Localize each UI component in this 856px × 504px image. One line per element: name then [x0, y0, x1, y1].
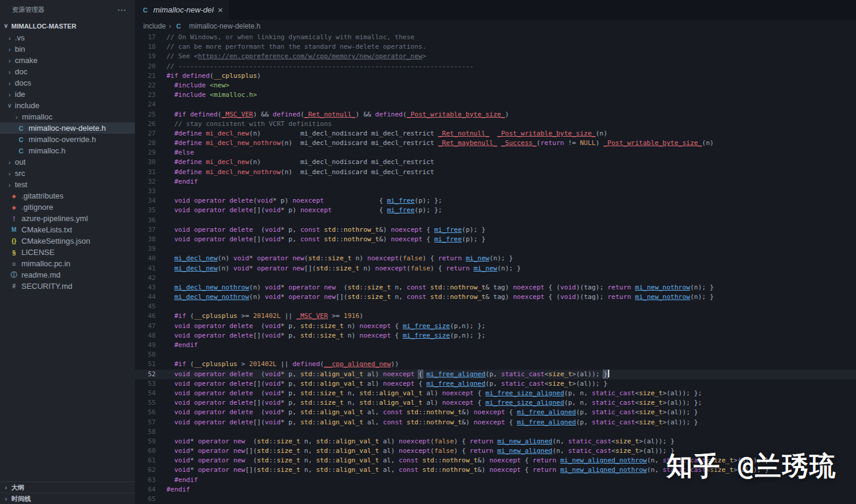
tree-file-readme.md[interactable]: ⓘreadme.md [0, 269, 135, 281]
code-line-58[interactable]: 58 [135, 427, 856, 437]
code-line-18[interactable]: 18// can be more performant than the sta… [135, 42, 856, 52]
line-number: 40 [135, 254, 166, 263]
more-actions-icon[interactable]: ⋯ [117, 5, 127, 15]
tree-file-mimalloc.h[interactable]: Cmimalloc.h [0, 145, 135, 156]
json-file-icon: {} [10, 238, 18, 244]
code-line-25[interactable]: 25 #if defined(_MSC_VER) && defined(_Ret… [135, 110, 856, 119]
tree-file-SECURITY.md[interactable]: #SECURITY.md [0, 281, 135, 292]
code-text: void operator delete(void* p) noexcept {… [166, 196, 442, 206]
tree-item-label: docs [15, 78, 31, 87]
code-line-21[interactable]: 21#if defined(__cplusplus) [135, 71, 856, 81]
tree-file-mimalloc.pc.in[interactable]: ≡mimalloc.pc.in [0, 258, 135, 269]
code-line-29[interactable]: 29 #else [135, 148, 856, 158]
code-line-38[interactable]: 38 void operator delete[](void* p, const… [135, 235, 856, 244]
code-line-24[interactable]: 24 [135, 100, 856, 109]
timeline-section[interactable]: › 时间线 [0, 493, 135, 504]
code-line-50[interactable]: 50 [135, 350, 856, 360]
tree-file-CMakeLists.txt[interactable]: MCMakeLists.txt [0, 224, 135, 235]
code-text: void operator delete[](void* p, const st… [166, 235, 486, 244]
tree-file-.gitattributes[interactable]: ◆.gitattributes [0, 190, 135, 201]
code-line-17[interactable]: 17// On Windows, or when linking dynamic… [135, 33, 856, 42]
code-line-26[interactable]: 26 // stay consistent with VCRT definiti… [135, 119, 856, 129]
tree-file-CMakeSettings.json[interactable]: {}CMakeSettings.json [0, 235, 135, 247]
code-line-61[interactable]: 61 void* operator new (std::size_t n, st… [135, 456, 856, 465]
code-line-20[interactable]: 20// -----------------------------------… [135, 62, 856, 71]
line-number: 26 [135, 119, 166, 129]
code-line-27[interactable]: 27 #define mi_decl_new(n) mi_decl_nodisc… [135, 129, 856, 138]
line-number: 20 [135, 62, 166, 71]
tree-file-azure-pipelines.yml[interactable]: !azure-pipelines.yml [0, 213, 135, 224]
tree-root-mimalloc-master[interactable]: ∨ MIMALLOC-MASTER [0, 20, 135, 32]
code-line-22[interactable]: 22 #include <new> [135, 81, 856, 90]
code-line-39[interactable]: 39 [135, 244, 856, 254]
code-line-53[interactable]: 53 void operator delete[](void* p, std::… [135, 379, 856, 389]
code-line-48[interactable]: 48 void operator delete[](void* p, std::… [135, 331, 856, 341]
cmake-file-icon: M [10, 226, 18, 233]
tree-file-mimalloc-new-delete.h[interactable]: Cmimalloc-new-delete.h [0, 122, 135, 134]
code-line-57[interactable]: 57 void operator delete[](void* p, std::… [135, 418, 856, 427]
tree-folder-docs[interactable]: ›docs [0, 77, 135, 89]
code-line-42[interactable]: 42 [135, 273, 856, 283]
tree-folder-bin[interactable]: ›bin [0, 43, 135, 55]
code-line-62[interactable]: 62 void* operator new[](std::size_t n, s… [135, 465, 856, 475]
line-number: 60 [135, 446, 166, 456]
code-line-59[interactable]: 59 void* operator new (std::size_t n, st… [135, 437, 856, 446]
code-line-31[interactable]: 31 #define mi_decl_new_nothrow(n) mi_dec… [135, 168, 856, 177]
code-line-37[interactable]: 37 void operator delete (void* p, const … [135, 225, 856, 235]
code-line-49[interactable]: 49 #endif [135, 341, 856, 350]
code-line-43[interactable]: 43 mi_decl_new_nothrow(n) void* operator… [135, 283, 856, 292]
code-line-47[interactable]: 47 void operator delete (void* p, std::s… [135, 322, 856, 331]
tree-folder-include[interactable]: ∨include [0, 100, 135, 111]
code-line-35[interactable]: 35 void operator delete[](void* p) noexc… [135, 206, 856, 215]
code-line-34[interactable]: 34 void operator delete(void* p) noexcep… [135, 196, 856, 206]
tree-file-.gitignore[interactable]: ◆.gitignore [0, 201, 135, 213]
code-line-32[interactable]: 32 #endif [135, 177, 856, 187]
code-line-19[interactable]: 19// See <https://en.cppreference.com/w/… [135, 52, 856, 61]
line-number: 42 [135, 273, 166, 283]
code-line-63[interactable]: 63 #endif [135, 475, 856, 485]
tree-folder-cmake[interactable]: ›cmake [0, 55, 135, 66]
code-text: // can be more performant than the stand… [166, 42, 426, 52]
code-lines[interactable]: 17// On Windows, or when linking dynamic… [135, 33, 856, 504]
file-tree[interactable]: ›.vs›bin›cmake›doc›docs›ide∨include›mima… [0, 32, 135, 481]
line-number: 19 [135, 52, 166, 61]
breadcrumb-include[interactable]: include [143, 22, 166, 30]
tree-folder-ide[interactable]: ›ide [0, 89, 135, 100]
tab-mimalloc-new-delete[interactable]: C mimalloc-new-delete.h × [135, 0, 229, 20]
code-line-36[interactable]: 36 [135, 216, 856, 225]
outline-section[interactable]: › 大纲 [0, 481, 135, 493]
code-line-45[interactable]: 45 [135, 302, 856, 311]
tree-folder-test[interactable]: ›test [0, 179, 135, 190]
code-line-54[interactable]: 54 void operator delete (void* p, std::s… [135, 389, 856, 398]
code-line-30[interactable]: 30 #define mi_decl_new(n) mi_decl_nodisc… [135, 158, 856, 167]
code-line-28[interactable]: 28 #define mi_decl_new_nothrow(n) mi_dec… [135, 138, 856, 148]
code-line-64[interactable]: 64#endif [135, 485, 856, 494]
tree-folder-src[interactable]: ›src [0, 168, 135, 179]
tree-folder-out[interactable]: ›out [0, 156, 135, 168]
code-line-44[interactable]: 44 mi_decl_new_nothrow(n) void* operator… [135, 292, 856, 302]
code-line-33[interactable]: 33 [135, 187, 856, 196]
tree-folder-doc[interactable]: ›doc [0, 66, 135, 77]
editor-main: C mimalloc-new-delete.h × include › C mi… [135, 0, 856, 504]
code-text: void operator delete (void* p, std::size… [166, 322, 486, 331]
code-line-41[interactable]: 41 mi_decl_new(n) void* operator new[](s… [135, 264, 856, 273]
tree-folder-.vs[interactable]: ›.vs [0, 32, 135, 43]
code-line-46[interactable]: 46 #if (__cplusplus >= 201402L || _MSC_V… [135, 311, 856, 321]
code-line-51[interactable]: 51 #if (__cplusplus > 201402L || defined… [135, 360, 856, 369]
code-line-56[interactable]: 56 void operator delete (void* p, std::a… [135, 408, 856, 417]
close-tab-icon[interactable]: × [218, 5, 223, 15]
code-line-52[interactable]: 52 void operator delete (void* p, std::a… [135, 370, 856, 379]
code-line-55[interactable]: 55 void operator delete[](void* p, std::… [135, 398, 856, 408]
line-number: 17 [135, 33, 166, 42]
code-line-40[interactable]: 40 mi_decl_new(n) void* operator new(std… [135, 254, 856, 263]
tree-file-mimalloc-override.h[interactable]: Cmimalloc-override.h [0, 134, 135, 145]
timeline-label: 时间线 [11, 494, 31, 503]
line-number: 47 [135, 322, 166, 331]
code-line-65[interactable]: 65 [135, 494, 856, 504]
tree-folder-mimalloc[interactable]: ›mimalloc [0, 111, 135, 122]
code-line-60[interactable]: 60 void* operator new[](std::size_t n, s… [135, 446, 856, 456]
code-line-23[interactable]: 23 #include <mimalloc.h> [135, 90, 856, 100]
breadcrumb-file[interactable]: mimalloc-new-delete.h [189, 22, 260, 30]
tree-file-LICENSE[interactable]: §LICENSE [0, 247, 135, 258]
breadcrumb-separator-icon: › [169, 22, 171, 30]
